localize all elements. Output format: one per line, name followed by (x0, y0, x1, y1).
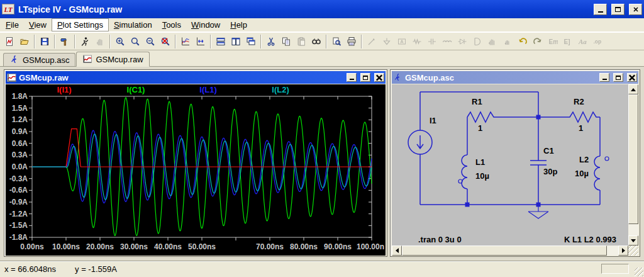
menu-help[interactable]: Help (225, 18, 252, 31)
label-L1: L1 (475, 157, 485, 167)
print-preview-icon (331, 37, 341, 47)
text-icon: Aa (578, 37, 588, 47)
schematic-close-button[interactable] (627, 73, 637, 82)
plot-maximize-button[interactable] (360, 73, 370, 82)
autorange-x-button[interactable] (193, 34, 208, 49)
cascade-windows-button[interactable] (243, 34, 258, 49)
new-schematic-button[interactable] (2, 34, 17, 49)
zoom-in-button[interactable] (113, 34, 128, 49)
toolbar-separator (74, 35, 75, 48)
undo-button[interactable] (515, 34, 530, 49)
vscroll-thumb[interactable] (628, 94, 638, 224)
open-icon (19, 37, 30, 47)
x-tick-label: 50.00ns (188, 242, 216, 251)
maximize-icon (615, 7, 621, 12)
mirror-icon: Em (548, 37, 558, 47)
menu-window[interactable]: Window (186, 18, 225, 31)
svg-text:Aa: Aa (578, 38, 587, 45)
junction (536, 115, 541, 120)
autorange-y-button[interactable] (178, 34, 193, 49)
find-button[interactable] (309, 34, 324, 49)
spice-directive-icon: .op (593, 37, 603, 47)
menu-tools[interactable]: Tools (157, 18, 186, 31)
open-button[interactable] (17, 34, 32, 49)
maximize-icon (363, 76, 368, 80)
coupling-directive[interactable]: K L1 L2 0.993 (564, 235, 616, 244)
component-icon (472, 37, 482, 47)
scroll-right-button[interactable] (618, 246, 628, 256)
schematic-icon (9, 55, 19, 65)
schematic-vscrollbar[interactable] (628, 84, 638, 246)
y-tick-label: 1.2A (12, 115, 28, 124)
trace-label-IL2: I(L2) (272, 85, 289, 94)
spice-directive-button: .op (591, 34, 606, 49)
label-C1: C1 (543, 146, 554, 155)
x-tick-label: 0.00ns (20, 242, 44, 251)
hscroll-thumb[interactable] (402, 246, 607, 256)
rotate-icon: E] (563, 37, 573, 47)
schematic-canvas[interactable]: I1 R1 1 R2 1 L1 10µ C1 30p L2 10µ .tran … (392, 84, 628, 246)
capacitor-icon (427, 37, 437, 47)
schematic-window-titlebar[interactable]: GSMcup.asc (392, 71, 638, 84)
arrow-left-icon (396, 248, 399, 253)
zoom-in-icon (115, 37, 125, 47)
arrow-right-icon (622, 248, 625, 253)
schematic-minimize-button[interactable] (599, 73, 609, 82)
scroll-left-button[interactable] (392, 246, 402, 256)
app-close-button[interactable] (629, 4, 642, 15)
net-label-button (394, 34, 409, 49)
x-tick-label: 90.00ns (324, 242, 352, 251)
plot-window-titlebar[interactable]: GSMcup.raw (6, 71, 386, 84)
find-icon (311, 37, 321, 47)
copy-button[interactable] (279, 34, 294, 49)
plot-minimize-button[interactable] (347, 73, 357, 82)
redo-button[interactable] (530, 34, 545, 49)
scroll-down-button[interactable] (628, 235, 638, 246)
app-resize-grip[interactable] (635, 268, 643, 276)
zoom-full-extents-button[interactable] (158, 34, 173, 49)
plot-close-button[interactable] (374, 73, 384, 82)
tab-gsmcup-asc[interactable]: GSMcup.asc (3, 53, 75, 66)
print-preview-button[interactable] (329, 34, 344, 49)
trace-label-IC1: I(C1) (127, 85, 145, 94)
tab-gsmcup-raw[interactable]: GSMcup.raw (76, 52, 149, 67)
zoom-area-button[interactable] (128, 34, 143, 49)
waveform-plot[interactable]: 1.8A1.5A1.2A0.9A0.6A0.3A0.0A-0.3A-0.6A-0… (6, 84, 386, 256)
trace-label-II1: I(I1) (57, 85, 71, 94)
app-maximize-button[interactable] (611, 4, 625, 15)
print-icon (347, 37, 357, 47)
close-icon (633, 6, 639, 13)
maximize-icon (616, 76, 621, 80)
window-resize-grip[interactable] (628, 246, 638, 256)
save-button[interactable] (37, 34, 52, 49)
mirror-button: Em (545, 34, 560, 49)
menu-file[interactable]: File (1, 18, 24, 31)
text-button: Aa (575, 34, 591, 49)
mdi-area: GSMcup.raw 1.8A1.5A1.2A0.9A0.6A0.3A0.0A-… (0, 67, 644, 261)
svg-text:.op: .op (594, 38, 602, 45)
cut-icon (266, 37, 276, 47)
plot-window-title: GSMcup.raw (19, 73, 69, 82)
paste-icon (296, 37, 306, 47)
tile-vertical-button[interactable] (228, 34, 243, 49)
cut-button[interactable] (264, 34, 279, 49)
drag-button (500, 34, 515, 49)
app-minimize-button[interactable] (594, 4, 607, 15)
y-tick-label: 0.0A (12, 162, 28, 171)
tran-directive[interactable]: .tran 0 3u 0 (418, 235, 462, 244)
value-L2: 10µ (575, 169, 589, 178)
menu-plot-settings[interactable]: Plot Settings (52, 18, 109, 31)
cursor-y-readout: y = -1.559A (75, 264, 117, 274)
zoom-out-button[interactable] (143, 34, 158, 49)
control-panel-button[interactable] (57, 34, 72, 49)
schematic-hscrollbar[interactable] (392, 246, 628, 256)
scroll-up-button[interactable] (628, 84, 638, 94)
plot-client-area: 1.8A1.5A1.2A0.9A0.6A0.3A0.0A-0.3A-0.6A-0… (6, 84, 386, 256)
y-tick-label: -0.3A (9, 174, 28, 183)
run-button[interactable] (77, 34, 92, 49)
menu-simulation[interactable]: Simulation (109, 18, 157, 31)
print-button[interactable] (344, 34, 359, 49)
tile-horizontal-button[interactable] (213, 34, 228, 49)
schematic-maximize-button[interactable] (613, 73, 623, 82)
menu-view[interactable]: View (24, 18, 52, 31)
